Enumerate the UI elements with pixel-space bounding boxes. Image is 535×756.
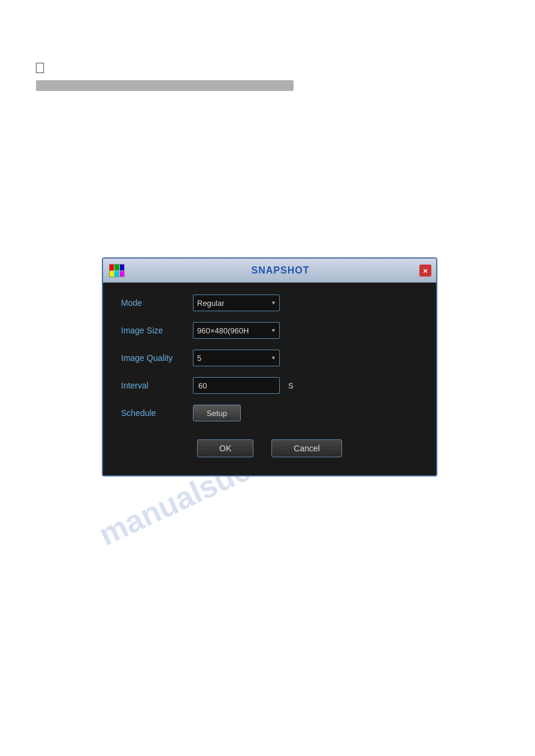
dialog-icon <box>109 264 125 277</box>
setup-button[interactable]: Setup <box>193 405 241 421</box>
image-quality-row: Image Quality 1 2 3 4 5 6 <box>121 350 418 366</box>
image-quality-select[interactable]: 1 2 3 4 5 6 <box>193 350 280 366</box>
image-quality-control: 1 2 3 4 5 6 <box>193 350 280 366</box>
image-size-control: 960×480(960H 1280×720 1920×1080 <box>193 322 280 339</box>
interval-input[interactable] <box>193 377 280 394</box>
book-icon: ⎕ <box>36 60 44 75</box>
dialog-body: Mode Regular Trigger Image Size 960×480(… <box>103 283 436 475</box>
image-size-select[interactable]: 960×480(960H 1280×720 1920×1080 <box>193 322 280 339</box>
gray-bar <box>36 80 294 91</box>
mode-select-wrapper[interactable]: Regular Trigger <box>193 294 280 311</box>
interval-unit: S <box>288 381 294 390</box>
close-button[interactable]: × <box>419 265 431 277</box>
interval-row: Interval S <box>121 377 418 394</box>
mode-row: Mode Regular Trigger <box>121 294 418 311</box>
image-size-label: Image Size <box>121 326 193 335</box>
interval-control: S <box>193 377 294 394</box>
schedule-control: Setup <box>193 405 241 421</box>
dialog-title: SNAPSHOT <box>131 265 430 276</box>
interval-label: Interval <box>121 381 193 390</box>
ok-button[interactable]: OK <box>197 439 253 457</box>
dialog-footer: OK Cancel <box>121 433 418 457</box>
schedule-row: Schedule Setup <box>121 405 418 421</box>
image-size-select-wrapper[interactable]: 960×480(960H 1280×720 1920×1080 <box>193 322 280 339</box>
top-area: ⎕ <box>36 60 294 91</box>
mode-select[interactable]: Regular Trigger <box>193 294 280 311</box>
mode-label: Mode <box>121 298 193 308</box>
image-quality-label: Image Quality <box>121 353 193 363</box>
schedule-label: Schedule <box>121 408 193 418</box>
mode-control: Regular Trigger <box>193 294 280 311</box>
image-size-row: Image Size 960×480(960H 1280×720 1920×10… <box>121 322 418 339</box>
image-quality-select-wrapper[interactable]: 1 2 3 4 5 6 <box>193 350 280 366</box>
dialog-titlebar: SNAPSHOT × <box>103 259 436 283</box>
snapshot-dialog: SNAPSHOT × Mode Regular Trigger Image Si… <box>102 257 437 476</box>
cancel-button[interactable]: Cancel <box>271 439 342 457</box>
